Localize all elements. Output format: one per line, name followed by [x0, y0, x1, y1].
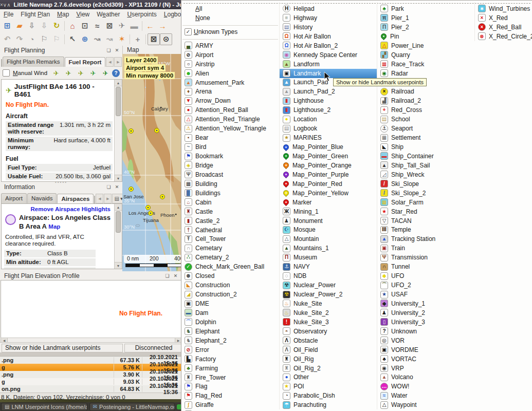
menu-item-ski-slope-2[interactable]: /Ski_Slope_2	[377, 189, 475, 198]
menu-item-x-red-ball[interactable]: ×X_Red_Ball	[475, 23, 532, 32]
menu-item-tacan[interactable]: ▽TACAN	[377, 216, 475, 226]
menu-item-wow[interactable]: …WOW!	[377, 382, 475, 391]
menu-item-railroad[interactable]: ×Railroad	[377, 87, 475, 96]
menu-item-check-mark-green-ball[interactable]: ✓Check_Mark_Green_Ball	[181, 262, 279, 271]
performance-wind-button[interactable]: ✈	[50, 68, 62, 79]
menubar-item-file[interactable]: File	[0, 10, 17, 19]
menu-item-pier-1[interactable]: πPier_1	[377, 13, 475, 23]
menu-item-bear[interactable]: ▪Bear	[181, 133, 279, 142]
menu-item-obstacle[interactable]: ΛObstacle	[280, 336, 377, 345]
menu-item-farming[interactable]: ♣Farming	[181, 364, 279, 373]
menu-item-nuclear-power[interactable]: ☢Nuclear_Power	[280, 281, 377, 290]
menu-item-highway[interactable]: ≡Highway	[280, 13, 377, 23]
menu-item-other[interactable]: ●Other	[280, 373, 377, 382]
menu-item-error[interactable]: ⊘Error	[181, 345, 279, 354]
range-rings-button[interactable]: ⚐	[38, 33, 50, 45]
elevation-profile-pane[interactable]: No Flight Plan.	[1, 280, 182, 339]
menu-item-monument[interactable]: ♟Monument	[280, 216, 377, 226]
menu-item-pin[interactable]: Pin	[377, 32, 475, 41]
menu-item-red-cross[interactable]: +Red_Cross	[377, 105, 475, 115]
menu-item-oil-rig[interactable]: ♜Oil_Rig	[280, 354, 377, 364]
menu-item-attention-yellow-triangle[interactable]: ⚠Attention_Yellow_Triangle	[181, 124, 279, 133]
menu-item-hot-air-ballon[interactable]: ΩHot Air Ballon	[280, 32, 377, 41]
menu-item-ndb[interactable]: ◌NDB	[280, 271, 377, 281]
menu-item-map-pointer-purple[interactable]: Map_Pointer_Purple	[280, 170, 377, 179]
menu-item-fire-tower[interactable]: ♜Fire_Tower	[181, 373, 279, 382]
edit-mode-pointer-button[interactable]: ↖	[66, 33, 79, 45]
remove-airspace-highlights-link[interactable]: Remove Airspace Highlights	[4, 206, 111, 212]
menu-item-map-pointer-blue[interactable]: Map_Pointer_Blue	[280, 142, 377, 152]
tab-navaids[interactable]: Navaids	[27, 193, 57, 203]
file-row[interactable]: on.png64.83 K20.10.2021 15:36	[0, 385, 181, 393]
menu-item-oil-field[interactable]: ΛOil_Field	[280, 345, 377, 354]
menu-item-castle[interactable]: ♜Castle	[181, 207, 279, 216]
menu-item-vordme[interactable]: ▣VORDME	[377, 345, 475, 354]
menu-item-railroad-2[interactable]: ▟Railroad_2	[377, 96, 475, 105]
menu-item-kennedy-space-center[interactable]: ◉Kennedy Space Center	[280, 50, 377, 60]
menu-item-dam[interactable]: ▬Dam	[181, 308, 279, 317]
menu-item-unknown-types[interactable]: ✓Unknown Types	[181, 27, 279, 36]
menu-item-alien[interactable]: ☻Alien	[181, 69, 279, 78]
menubar-item-flight-plan[interactable]: Flight Plan	[17, 10, 53, 19]
menu-item-helipad[interactable]: HHelipad	[280, 4, 377, 13]
menu-item-castle-2[interactable]: ▮Castle_2	[181, 216, 279, 226]
menu-item-marker[interactable]: Marker	[280, 198, 377, 207]
tab-scroll-left-icon[interactable]: ◀	[106, 57, 114, 67]
menu-item-parabolic-dish[interactable]: ◔Parabolic_Dish	[280, 391, 377, 400]
menu-item-buildings[interactable]: ▉Buildings	[181, 189, 279, 198]
dock-close-icon[interactable]: ✕	[114, 47, 120, 53]
menu-item-mountains-1[interactable]: ▲Mountains_1	[280, 244, 377, 253]
menu-item-mountain[interactable]: △Mountain	[280, 234, 377, 244]
show-map-marks-button[interactable]: ⊠	[103, 20, 116, 32]
menu-item-lighthouse-2[interactable]: ▮Lighthouse_2	[280, 105, 377, 115]
fuel-pane-scrollbar[interactable]: ▲ ▼	[114, 80, 122, 181]
runway-selection-button[interactable]: ▬	[128, 20, 140, 32]
menu-item-observatory[interactable]: ◓Observatory	[280, 327, 377, 336]
menu-item-museum[interactable]: ΠMuseum	[280, 253, 377, 262]
menu-item-pier-2[interactable]: ΠPier_2	[377, 23, 475, 32]
tab-scroll-right-icon[interactable]: ▶	[114, 57, 122, 67]
menu-item-factory[interactable]: ▙Factory	[181, 354, 279, 364]
menu-item-tracking-station[interactable]: ▲Tracking Station	[377, 234, 475, 244]
menu-item-map-pointer-yellow[interactable]: Map_Pointer_Yellow	[280, 189, 377, 198]
menu-item-bird[interactable]: ~Bird	[181, 142, 279, 152]
menu-item-none[interactable]: None	[181, 13, 279, 23]
scroll-up-icon[interactable]: ▲	[115, 204, 122, 211]
undo-button[interactable]: ↶	[1, 33, 13, 45]
redo-button[interactable]: ↷	[13, 33, 26, 45]
menu-item-airstrip[interactable]: ○Airstrip	[181, 60, 279, 69]
menu-item-ufo[interactable]: ◆UFO	[377, 271, 475, 281]
menu-item-temple[interactable]: ⅢTemple	[377, 226, 475, 235]
dock-float-icon[interactable]: ❏	[105, 47, 112, 53]
menu-item-cathedral[interactable]: †Cathedral	[181, 226, 279, 235]
menu-item-wind-turbines[interactable]: ∗Wind_Turbines	[475, 4, 532, 13]
menu-item-bridge[interactable]: ◈Bridge	[181, 161, 279, 170]
menu-item-transmission[interactable]: ΨTransmission	[377, 253, 475, 262]
tab-scroll-left-icon[interactable]: ◀	[96, 194, 103, 203]
menu-item-settlement[interactable]: ▦Settlement	[377, 133, 475, 142]
tab-partial[interactable]	[1, 59, 2, 67]
menu-item-water[interactable]: ≈Water	[377, 391, 475, 400]
tab-airspaces[interactable]: Airspaces	[57, 194, 94, 203]
menubar-item-map[interactable]: Map	[53, 10, 72, 19]
menu-item-location[interactable]: ●Location	[280, 115, 377, 124]
menu-item-mosque[interactable]: ☪Mosque	[280, 226, 377, 235]
menu-item-amusement-park[interactable]: ▲Amusement_Park	[181, 78, 279, 87]
airspaces-pane-scrollbar[interactable]: ▲ ▼	[114, 204, 122, 269]
menu-item-university-2[interactable]: ♟University_2	[377, 308, 475, 317]
procedure-departure-button[interactable]: ↝	[103, 33, 116, 45]
menu-item-closed[interactable]: ⊗Closed	[181, 271, 279, 281]
dock-float-icon[interactable]: ❏	[164, 272, 171, 279]
menu-item-star-red[interactable]: ★Star_Red	[377, 207, 475, 216]
tab-partial[interactable]	[94, 196, 95, 203]
menu-item-volcano[interactable]: ▲Volcano	[377, 373, 475, 382]
map-position-forward-button[interactable]: →	[156, 20, 169, 32]
menu-item-all[interactable]: All	[181, 4, 279, 13]
menu-item-building[interactable]: ▦Building	[181, 179, 279, 189]
menu-item-race-track[interactable]: ▦Race_Track	[377, 60, 475, 69]
menu-item-airport[interactable]: ⊘Airport	[181, 50, 279, 60]
menu-item-nuclear-power-2[interactable]: ☢Nuclear_Power_2	[280, 290, 377, 299]
window-titlebar[interactable]: × ∨ ∧ Little Navmap 2.7.6.develop (e2c0d…	[0, 0, 185, 9]
menu-item-arena[interactable]: ♦Arena	[181, 87, 279, 97]
menu-item-mining-1[interactable]: ЖMining_1	[280, 207, 377, 216]
